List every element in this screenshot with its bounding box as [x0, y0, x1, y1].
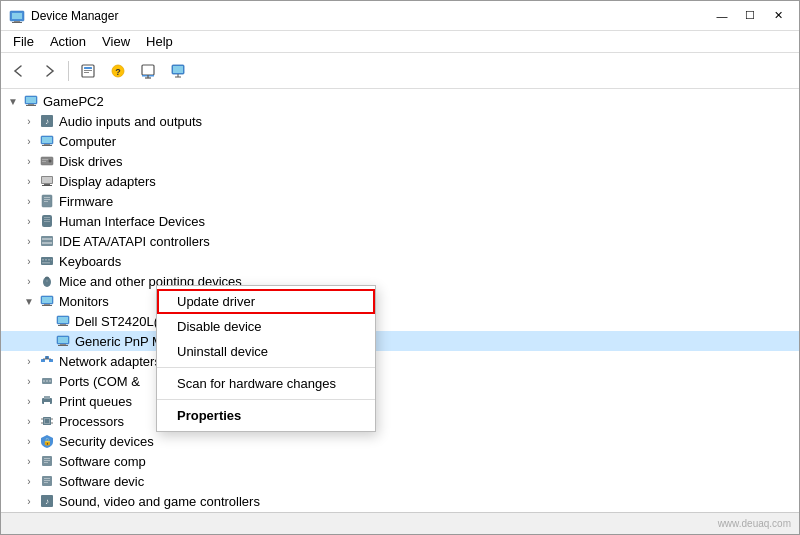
tree-item-processors[interactable]: › Processors	[1, 411, 799, 431]
ctx-properties[interactable]: Properties	[157, 403, 375, 428]
tree-item-software-devic[interactable]: › Software devic	[1, 471, 799, 491]
tree-item-generic-monitor[interactable]: Generic PnP Monitor	[1, 331, 799, 351]
svg-rect-2	[14, 21, 20, 22]
expand-computer[interactable]: ›	[21, 133, 37, 149]
security-label: Security devices	[57, 434, 154, 449]
expand-keyboard[interactable]: ›	[21, 253, 37, 269]
menu-view[interactable]: View	[94, 32, 138, 51]
tree-item-hid[interactable]: › Human Interface Devices	[1, 211, 799, 231]
disk-label: Disk drives	[57, 154, 123, 169]
computer-icon	[23, 93, 39, 109]
tree-item-disk[interactable]: › Disk drives	[1, 151, 799, 171]
tree-item-network[interactable]: › Network adapters	[1, 351, 799, 371]
svg-rect-39	[44, 201, 48, 202]
firmware-label: Firmware	[57, 194, 113, 209]
expand-network[interactable]: ›	[21, 353, 37, 369]
ctx-disable-device[interactable]: Disable device	[157, 314, 375, 339]
expand-security[interactable]: ›	[21, 433, 37, 449]
monitor-button[interactable]	[164, 57, 192, 85]
toolbar-separator-1	[68, 61, 69, 81]
expand-ide[interactable]: ›	[21, 233, 37, 249]
maximize-button[interactable]: ☐	[737, 5, 763, 27]
close-button[interactable]: ✕	[765, 5, 791, 27]
svg-rect-49	[45, 259, 47, 261]
svg-rect-50	[48, 259, 50, 261]
tree-item-ports[interactable]: › Ports (COM &	[1, 371, 799, 391]
menu-file[interactable]: File	[5, 32, 42, 51]
tree-item-computer[interactable]: › Computer	[1, 131, 799, 151]
sound-label: Sound, video and game controllers	[57, 494, 260, 509]
tree-item-software-comp[interactable]: › Software comp	[1, 451, 799, 471]
svg-rect-68	[41, 359, 45, 362]
svg-rect-20	[28, 104, 34, 105]
tree-item-sound[interactable]: › ♪ Sound, video and game controllers	[1, 491, 799, 511]
back-button[interactable]	[5, 57, 33, 85]
svg-point-55	[45, 277, 49, 280]
expand-processors[interactable]: ›	[21, 413, 37, 429]
ctx-scan-hardware[interactable]: Scan for hardware changes	[157, 371, 375, 396]
scan-button[interactable]	[134, 57, 162, 85]
svg-text:?: ?	[115, 67, 121, 77]
tree-item-print[interactable]: › Print queues	[1, 391, 799, 411]
properties-button[interactable]	[74, 57, 102, 85]
svg-rect-61	[58, 317, 68, 323]
expand-sound[interactable]: ›	[21, 493, 37, 509]
expand-disk[interactable]: ›	[21, 153, 37, 169]
help-button[interactable]: ?	[104, 57, 132, 85]
tree-item-mice[interactable]: › Mice and other pointing devices	[1, 271, 799, 291]
keyboard-label: Keyboards	[57, 254, 121, 269]
tree-item-audio[interactable]: › ♪ Audio inputs and outputs	[1, 111, 799, 131]
menu-help[interactable]: Help	[138, 32, 181, 51]
expand-software-devic[interactable]: ›	[21, 473, 37, 489]
expand-root[interactable]: ▼	[5, 93, 21, 109]
tree-root[interactable]: ▼ GamePC2	[1, 91, 799, 111]
software-comp-label: Software comp	[57, 454, 146, 469]
expand-display[interactable]: ›	[21, 173, 37, 189]
expand-hid[interactable]: ›	[21, 213, 37, 229]
expand-print[interactable]: ›	[21, 393, 37, 409]
svg-rect-1	[12, 13, 22, 19]
software-devic-label: Software devic	[57, 474, 144, 489]
svg-rect-46	[42, 242, 52, 244]
svg-text:♪: ♪	[45, 497, 49, 506]
monitors-label: Monitors	[57, 294, 109, 309]
toolbar: ?	[1, 53, 799, 89]
display-icon	[39, 173, 55, 189]
expand-monitors[interactable]: ▼	[21, 293, 37, 309]
expand-ports[interactable]: ›	[21, 373, 37, 389]
expand-audio[interactable]: ›	[21, 113, 37, 129]
svg-rect-42	[44, 219, 50, 220]
tree-item-firmware[interactable]: › Firmware	[1, 191, 799, 211]
svg-rect-48	[42, 259, 44, 261]
tree-item-ide[interactable]: › IDE ATA/ATAPI controllers	[1, 231, 799, 251]
svg-rect-62	[60, 324, 66, 325]
hid-label: Human Interface Devices	[57, 214, 205, 229]
svg-rect-57	[42, 297, 52, 303]
svg-rect-79	[44, 396, 50, 399]
menu-bar: File Action View Help	[1, 31, 799, 53]
svg-rect-25	[42, 137, 52, 143]
tree-item-keyboard[interactable]: › Keyboards	[1, 251, 799, 271]
tree-item-security[interactable]: › 🔒 Security devices	[1, 431, 799, 451]
ctx-properties-label: Properties	[177, 408, 241, 423]
tree-item-monitors[interactable]: ▼ Monitors	[1, 291, 799, 311]
tree-item-storage[interactable]: › Storage controllers	[1, 511, 799, 512]
ctx-update-driver[interactable]: Update driver	[157, 289, 375, 314]
menu-action[interactable]: Action	[42, 32, 94, 51]
svg-rect-7	[84, 72, 89, 73]
minimize-button[interactable]: —	[709, 5, 735, 27]
forward-button[interactable]	[35, 57, 63, 85]
ctx-uninstall-device[interactable]: Uninstall device	[157, 339, 375, 364]
tree-item-dell-monitor[interactable]: Dell ST2420L(HDMI)	[1, 311, 799, 331]
svg-rect-65	[58, 337, 68, 343]
device-tree[interactable]: ▼ GamePC2 › ♪	[1, 89, 799, 512]
svg-rect-6	[84, 70, 92, 71]
svg-rect-33	[42, 177, 52, 183]
expand-firmware[interactable]: ›	[21, 193, 37, 209]
print-label: Print queues	[57, 394, 132, 409]
tree-item-display[interactable]: › Display adapters	[1, 171, 799, 191]
svg-rect-3	[12, 22, 22, 23]
generic-monitor-icon	[55, 333, 71, 349]
expand-mice[interactable]: ›	[21, 273, 37, 289]
expand-software-comp[interactable]: ›	[21, 453, 37, 469]
